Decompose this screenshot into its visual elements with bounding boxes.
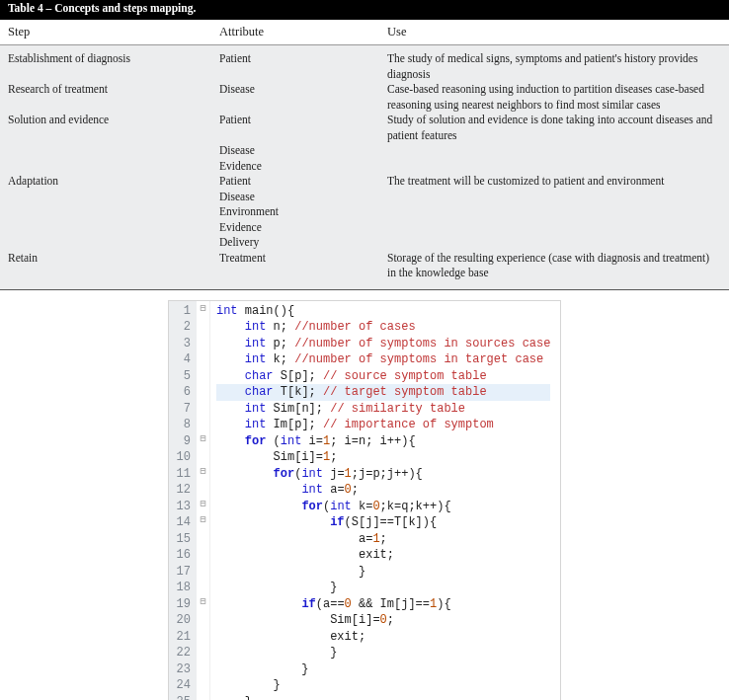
table-row: Solution and evidencePatientStudy of sol…	[8, 113, 721, 143]
table-row: Disease	[8, 190, 721, 205]
fold-gutter: ⊟⊟⊟⊟⊟⊟	[197, 301, 210, 700]
fold-marker	[197, 350, 209, 366]
line-number: 20	[177, 612, 191, 629]
code-block: 1234567891011121314151617181920212223242…	[168, 300, 562, 700]
line-number: 14	[177, 514, 191, 531]
code-line: a=1;	[216, 531, 550, 548]
line-number: 7	[177, 401, 191, 418]
cell-use	[387, 220, 721, 236]
code-line: for(int j=1;j=p;j++){	[216, 466, 550, 483]
code-line: int Sim[n]; // similarity table	[216, 401, 550, 418]
line-number: 22	[177, 645, 191, 661]
line-number: 4	[177, 351, 191, 368]
fold-marker	[197, 692, 209, 700]
cell-step: Adaptation	[8, 174, 219, 190]
cell-attribute: Disease	[219, 143, 387, 159]
code-line: int a=0;	[216, 482, 550, 499]
line-number: 24	[177, 677, 191, 694]
code-figure: 1234567891011121314151617181920212223242…	[0, 300, 729, 700]
cell-use: Case-based reasoning using induction to …	[387, 82, 721, 113]
line-number: 18	[177, 580, 191, 596]
cell-use: The study of medical signs, symptoms and…	[387, 51, 721, 82]
fold-marker: ⊟	[197, 431, 209, 448]
code-line: }	[216, 661, 550, 678]
fold-marker	[197, 610, 209, 627]
th-use: Use	[387, 25, 721, 39]
fold-marker: ⊟	[197, 464, 209, 481]
line-number: 17	[177, 564, 191, 581]
line-number: 23	[177, 661, 191, 678]
line-number: 2	[177, 319, 191, 336]
code-line: int k; //number of symptoms in target ca…	[216, 351, 550, 368]
table-row: AdaptationPatientThe treatment will be c…	[8, 174, 721, 190]
cell-attribute: Delivery	[219, 235, 387, 251]
table-caption: Table 4 – Concepts and steps mapping.	[0, 0, 729, 20]
code-line: char T[k]; // target symptom table	[216, 384, 550, 401]
cell-attribute: Evidence	[219, 159, 387, 175]
table-body: Establishment of diagnosisPatientThe stu…	[0, 45, 729, 290]
cell-use: Study of solution and evidence is done t…	[387, 113, 721, 143]
fold-marker	[197, 578, 209, 594]
line-number: 21	[177, 629, 191, 646]
cell-attribute: Disease	[219, 82, 387, 113]
table-row: Evidence	[8, 159, 721, 175]
line-number: 10	[177, 449, 191, 466]
code-line: char S[p]; // source symptom table	[216, 368, 550, 385]
cell-use	[387, 204, 721, 220]
fold-marker: ⊟	[197, 301, 209, 318]
fold-marker	[197, 480, 209, 497]
cell-attribute: Evidence	[219, 220, 387, 236]
line-number-gutter: 1234567891011121314151617181920212223242…	[169, 301, 197, 700]
cell-step: Establishment of diagnosis	[8, 51, 219, 82]
table-row: RetainTreatmentStorage of the resulting …	[8, 251, 721, 281]
cell-attribute: Treatment	[219, 251, 387, 281]
line-number: 15	[177, 531, 191, 548]
cell-attribute: Disease	[219, 190, 387, 205]
code-line: if(a==0 && Im[j]==1){	[216, 596, 550, 613]
code-line: }	[216, 677, 550, 694]
fold-marker	[197, 447, 209, 464]
line-number: 12	[177, 482, 191, 499]
fold-marker	[197, 660, 209, 676]
line-number: 16	[177, 547, 191, 564]
fold-marker	[197, 382, 209, 399]
table-row: Evidence	[8, 220, 721, 236]
cell-step	[8, 204, 219, 220]
fold-marker	[197, 529, 209, 546]
line-number: 3	[177, 336, 191, 352]
fold-marker	[197, 643, 209, 660]
code-content: int main(){ int n; //number of cases int…	[210, 301, 560, 700]
code-line: if(S[j]==T[k]){	[216, 514, 550, 531]
table-row: Research of treatmentDiseaseCase-based r…	[8, 82, 721, 113]
line-number: 25	[177, 694, 191, 700]
cell-step	[8, 143, 219, 159]
line-number: 8	[177, 417, 191, 433]
fold-marker	[197, 399, 209, 416]
line-number: 11	[177, 466, 191, 483]
line-number: 13	[177, 499, 191, 515]
code-line: Sim[i]=1;	[216, 449, 550, 466]
fold-marker	[197, 334, 209, 350]
line-number: 1	[177, 303, 191, 320]
cell-attribute: Patient	[219, 174, 387, 190]
cell-step: Retain	[8, 251, 219, 281]
cell-step: Research of treatment	[8, 82, 219, 113]
fold-marker	[197, 415, 209, 431]
fold-marker	[197, 366, 209, 383]
table-row: Disease	[8, 143, 721, 159]
cell-step	[8, 235, 219, 251]
th-step: Step	[8, 25, 219, 39]
fold-marker: ⊟	[197, 497, 209, 513]
cell-use	[387, 235, 721, 251]
code-line: int p; //number of symptoms in sources c…	[216, 336, 550, 352]
th-attribute: Attribute	[219, 25, 387, 39]
cell-use: Storage of the resulting experience (cas…	[387, 251, 721, 281]
code-line: exit;	[216, 547, 550, 564]
code-line: for(int k=0;k=q;k++){	[216, 499, 550, 515]
fold-marker: ⊟	[197, 512, 209, 529]
line-number: 19	[177, 596, 191, 613]
fold-marker	[197, 562, 209, 579]
fold-marker	[197, 675, 209, 692]
code-line: }	[216, 645, 550, 661]
line-number: 5	[177, 368, 191, 385]
